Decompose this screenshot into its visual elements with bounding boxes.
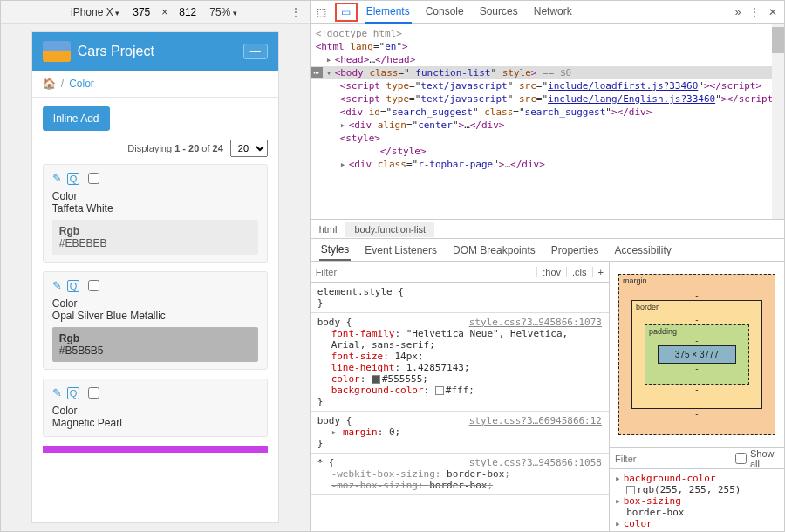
device-viewport: Cars Project — 🏠 / Color Inline Add Disp…: [1, 24, 310, 531]
new-rule-button[interactable]: +: [592, 267, 609, 277]
color-label: Color: [52, 297, 258, 310]
tree-div[interactable]: ▸<div align="center">…</div>: [311, 119, 784, 132]
show-all-label: Show all: [750, 448, 779, 469]
box-model-content: 375 × 3777: [658, 345, 736, 364]
computed-item[interactable]: ▸box-sizing border-box: [615, 495, 779, 518]
color-value: Taffeta White: [52, 202, 258, 215]
device-frame: Cars Project — 🏠 / Color Inline Add Disp…: [32, 32, 278, 522]
box-model[interactable]: margin - border - padding - 375 × 3777 -: [610, 262, 784, 448]
height-input[interactable]: [173, 6, 202, 18]
record-card: ✎ Q Color Taffeta White Rgb #EBEBEB: [43, 164, 268, 263]
tab-sources[interactable]: Sources: [478, 1, 520, 24]
crumb-html[interactable]: html: [311, 222, 346, 237]
inspect-icon[interactable]: ⬚: [311, 6, 333, 18]
tree-div[interactable]: ▸<div class="r-topbar-page">…</div>: [311, 158, 784, 171]
rgb-swatch: Rgb #B5B5B5: [52, 327, 258, 362]
styles-subtabs: StylesEvent ListenersDOM BreakpointsProp…: [311, 239, 784, 262]
select-checkbox[interactable]: [88, 280, 99, 291]
hov-toggle[interactable]: :hov: [536, 267, 566, 277]
tree-head[interactable]: ▸<head>…</head>: [311, 53, 784, 66]
styles-filter-row: :hov .cls +: [311, 262, 609, 283]
hamburger-icon[interactable]: —: [243, 44, 268, 59]
search-icon[interactable]: Q: [67, 387, 80, 399]
device-selector[interactable]: iPhone X: [71, 6, 119, 18]
devtools-tabs: ElementsConsoleSourcesNetwork: [359, 1, 727, 24]
tab-network[interactable]: Network: [532, 1, 574, 24]
page-size-select[interactable]: 20: [230, 140, 268, 157]
edit-icon[interactable]: ✎: [52, 386, 62, 399]
tree-style-close[interactable]: </style>: [311, 145, 784, 158]
computed-filter-row: Show all: [610, 448, 784, 469]
tree-html[interactable]: <html lang="en">: [311, 40, 784, 53]
breadcrumb-current[interactable]: Color: [69, 78, 94, 90]
overflow-icon[interactable]: »: [727, 6, 749, 18]
record-card: ✎ Q Color Magnetic Pearl: [43, 379, 268, 437]
tab-console[interactable]: Console: [424, 1, 466, 24]
edit-icon[interactable]: ✎: [52, 172, 62, 185]
color-value: Magnetic Pearl: [52, 417, 258, 429]
styles-filter-input[interactable]: [311, 267, 537, 277]
close-icon[interactable]: ✕: [768, 6, 777, 18]
subtab-event-listeners[interactable]: Event Listeners: [363, 241, 439, 260]
computed-item[interactable]: ▸color rgb(85, 85, 85): [615, 518, 779, 531]
tree-script[interactable]: <script type="text/javascript" src="incl…: [311, 92, 784, 106]
cars-logo-icon: [43, 41, 71, 62]
cls-toggle[interactable]: .cls: [566, 267, 592, 277]
zoom-selector[interactable]: 75%: [209, 6, 237, 18]
tree-body[interactable]: ▾<body class=" function-list" style> == …: [311, 66, 784, 79]
app-header: Cars Project —: [32, 32, 278, 71]
inline-add-button[interactable]: Inline Add: [43, 106, 110, 131]
select-checkbox[interactable]: [88, 173, 99, 184]
styles-rules[interactable]: element.style {}body {style.css?3…945866…: [311, 283, 609, 531]
kebab-icon[interactable]: ⋮: [749, 6, 760, 18]
breadcrumb-separator: /: [61, 78, 64, 90]
width-input[interactable]: [126, 6, 156, 18]
tree-style[interactable]: <style>: [311, 132, 784, 145]
search-icon[interactable]: Q: [67, 173, 80, 185]
devtools-toolbar: ⬚ ▭ ElementsConsoleSourcesNetwork » ⋮ ✕: [311, 1, 784, 24]
scrollbar[interactable]: [772, 24, 784, 219]
breadcrumb: 🏠 / Color: [32, 71, 278, 98]
subtab-dom-breakpoints[interactable]: DOM Breakpoints: [451, 241, 537, 260]
tree-script[interactable]: <script type="text/javascript" src="incl…: [311, 79, 784, 92]
edit-icon[interactable]: ✎: [52, 279, 62, 292]
search-icon[interactable]: Q: [67, 280, 80, 292]
tree-doctype: <!doctype html>: [311, 27, 784, 40]
show-all-checkbox[interactable]: [735, 453, 747, 464]
select-checkbox[interactable]: [88, 387, 99, 399]
pagination-text: Displaying 1 - 20 of 24: [127, 143, 223, 153]
rgb-swatch-peek: [43, 446, 268, 453]
computed-list[interactable]: ▸background-color rgb(255, 255, 255)▸box…: [610, 469, 784, 531]
kebab-icon[interactable]: ⋮: [290, 6, 301, 18]
app-title: Cars Project: [78, 44, 236, 59]
subtab-styles[interactable]: Styles: [319, 240, 352, 261]
color-label: Color: [52, 190, 258, 202]
computed-item[interactable]: ▸background-color rgb(255, 255, 255): [615, 473, 779, 495]
device-toolbar: iPhone X × 75% ⋮: [1, 1, 310, 24]
home-icon[interactable]: 🏠: [43, 78, 56, 90]
device-dimensions: ×: [126, 6, 202, 18]
device-toggle-icon[interactable]: ▭: [335, 3, 358, 22]
color-value: Opal Silver Blue Metallic: [52, 310, 258, 322]
color-label: Color: [52, 405, 258, 417]
crumb-body[interactable]: body.function-list: [345, 222, 434, 237]
tree-div[interactable]: <div id="search_suggest" class="search_s…: [311, 106, 784, 119]
computed-filter-input[interactable]: [615, 454, 735, 464]
rgb-swatch: Rgb #EBEBEB: [52, 220, 258, 255]
tab-elements[interactable]: Elements: [365, 1, 412, 24]
breadcrumb-trail: html body.function-list: [311, 220, 784, 239]
record-card: ✎ Q Color Opal Silver Blue Metallic Rgb …: [43, 271, 268, 370]
pagination: Displaying 1 - 20 of 24 20: [32, 140, 278, 164]
elements-tree[interactable]: <!doctype html> <html lang="en"> ▸<head>…: [311, 24, 784, 219]
subtab-properties[interactable]: Properties: [550, 241, 601, 260]
subtab-accessibility[interactable]: Accessibility: [612, 241, 672, 260]
